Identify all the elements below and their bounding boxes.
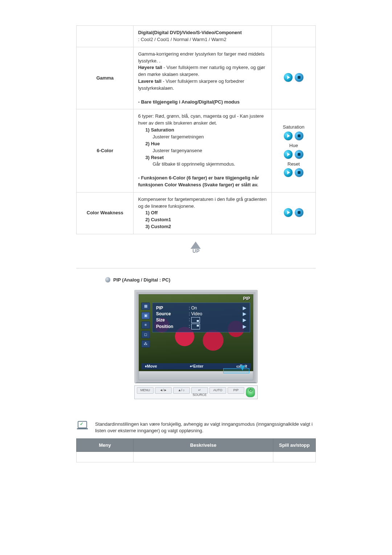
ctrl-colorweakness	[271, 192, 315, 234]
empty-cell	[77, 452, 134, 462]
stop-icon[interactable]	[295, 73, 303, 82]
osd-key-pip: PIP	[156, 305, 189, 311]
cw-o1: 1) Off	[145, 210, 158, 215]
up-label: UP	[187, 248, 205, 254]
stop-icon[interactable]	[295, 131, 303, 140]
digital-title: Digital(Digital DVD)/Video/S-Video/Compo…	[138, 30, 242, 35]
stop-icon[interactable]	[295, 208, 303, 217]
hw-button-power[interactable]: ⏻	[246, 387, 255, 397]
osd-val-position: :	[189, 324, 243, 329]
note-row: Standardinnstillingen kan være forskjell…	[76, 421, 316, 434]
sixcolor-i1d: Justerer fargemetningen	[152, 134, 204, 139]
osd-val-pip: : On	[189, 305, 243, 311]
pip-monitor-figure: PIP ▦ ▣ ✳ ◻ ⁂ PIP : On ▶ Source	[134, 290, 258, 399]
ctrl-label-saturation: Saturation	[276, 124, 311, 131]
section-title-text: PIP (Analog / Digital : PC)	[113, 277, 170, 283]
pointer-arrow-icon	[240, 365, 245, 370]
osd-footer-move: ♦Move	[145, 364, 157, 369]
osd-val-size: :	[189, 317, 243, 323]
gamma-note: - Bare tilgjengelig i Analog/Digital(PC)…	[138, 99, 240, 105]
monitor-screen: PIP ▦ ▣ ✳ ◻ ⁂ PIP : On ▶ Source	[139, 294, 253, 371]
th-description: Beskrivelse	[134, 439, 273, 452]
osd-footer-enter: ↵Enter	[190, 364, 203, 369]
hw-sublabel-source: SOURCE	[191, 393, 208, 397]
note-icon	[76, 421, 89, 433]
cw-o3: 3) Custom2	[145, 224, 171, 229]
hw-button-upbright[interactable]: ▲/☼	[173, 387, 190, 394]
osd-key-source: Source	[156, 311, 189, 316]
menu-gamma: Gamma	[77, 47, 134, 109]
ctrl-gamma	[271, 47, 315, 109]
table-row: Digital(Digital DVD)/Video/S-Video/Compo…	[77, 26, 316, 47]
sixcolor-i3t: 3) Reset	[145, 155, 164, 160]
chevron-right-icon: ▶	[243, 317, 246, 323]
sixcolor-i2t: 2) Hue	[145, 141, 160, 146]
th-playstop: Spill av/stopp	[273, 439, 316, 452]
ctrl-label-hue: Hue	[276, 142, 311, 149]
empty-cell	[273, 452, 316, 462]
chevron-right-icon: ▶	[243, 324, 246, 329]
osd-icon-size: ◻	[141, 331, 150, 338]
hw-button-auto[interactable]: AUTO	[209, 387, 226, 394]
ctrl-digital	[271, 26, 315, 47]
hardware-button-bar: MENU ◄/► ▲/☼ ↵ SOURCE AUTO PIP ⏻	[134, 385, 258, 399]
highlight-box	[223, 368, 249, 373]
menu-6color: 6-Color	[77, 109, 134, 192]
th-menu: Meny	[77, 439, 134, 452]
osd-title: PIP	[243, 296, 250, 301]
hw-button-brightness[interactable]: ◄/►	[155, 387, 172, 394]
divider	[76, 268, 316, 268]
cw-o2: 2) Custom1	[145, 217, 171, 222]
osd-panel: PIP : On ▶ Source : Video ▶ Size : ▶	[152, 303, 250, 332]
osd-sidebar: ▦ ▣ ✳ ◻ ⁂	[141, 303, 150, 348]
osd-icon-info: ⁂	[141, 340, 150, 348]
table-row: Color Weakness Kompenserer for fargetemp…	[77, 192, 316, 234]
osd-icon-setup: ✳	[141, 321, 150, 329]
stop-icon[interactable]	[295, 150, 303, 159]
osd-val-source: : Video	[189, 311, 243, 316]
section-title-pip: PIP (Analog / Digital : PC)	[105, 277, 316, 283]
back-to-top-link[interactable]: UP	[187, 242, 205, 256]
menu-cell-empty	[77, 26, 134, 47]
sixcolor-note: - Funksjonen 6-Color (6 farger) er bare …	[138, 175, 259, 187]
desc-6color: 6 typer: Rød, grønn, blå, cyan, magenta …	[134, 109, 272, 192]
play-icon[interactable]	[284, 150, 293, 159]
menu-colorweakness: Color Weakness	[77, 192, 134, 234]
settings-table: Digital(Digital DVD)/Video/S-Video/Compo…	[76, 25, 316, 234]
hw-button-menu[interactable]: MENU	[137, 387, 154, 394]
desc-gamma: Gamma-korrigering endrer lysstyrken for …	[134, 47, 272, 109]
empty-cell	[134, 452, 273, 462]
table-row	[77, 452, 316, 462]
hw-button-pip[interactable]: PIP	[228, 387, 244, 394]
bullet-icon	[105, 277, 110, 282]
ctrl-label-reset: Reset	[276, 161, 311, 168]
gamma-p3a: Lavere tall	[138, 78, 161, 84]
digital-sub: : Cool2 / Cool1 / Normal / Warm1 / Warm2	[138, 37, 226, 42]
table-row: 6-Color 6 typer: Rød, grønn, blå, cyan, …	[77, 109, 316, 192]
osd-key-position: Position	[156, 324, 189, 329]
stop-icon[interactable]	[295, 168, 303, 177]
ctrl-6color: Saturation Hue Reset	[271, 109, 315, 192]
position-icon	[191, 324, 200, 329]
monitor-frame: PIP ▦ ▣ ✳ ◻ ⁂ PIP : On ▶ Source	[134, 290, 258, 383]
desc-colorweakness: Kompenserer for fargetemperaturen i den …	[134, 192, 272, 234]
osd-key-size: Size	[156, 317, 189, 323]
table-header-row: Meny Beskrivelse Spill av/stopp	[77, 439, 316, 452]
osd-icon-pip: ▣	[141, 312, 150, 319]
sixcolor-intro: 6 typer: Rød, grønn, blå, cyan, magenta …	[138, 113, 264, 126]
play-icon[interactable]	[284, 208, 293, 217]
play-icon[interactable]	[284, 73, 293, 82]
osd-icon-picture: ▦	[141, 303, 150, 310]
chevron-right-icon: ▶	[243, 305, 246, 311]
size-icon	[191, 317, 200, 323]
pip-table: Meny Beskrivelse Spill av/stopp	[76, 438, 316, 462]
monitor-bezel-bottom	[139, 371, 253, 380]
cw-p: Kompenserer for fargetemperaturen i den …	[138, 197, 266, 209]
play-icon[interactable]	[284, 131, 293, 140]
play-icon[interactable]	[284, 168, 293, 177]
gamma-p1: Gamma-korrigering endrer lysstyrken for …	[138, 51, 264, 64]
note-text: Standardinnstillingen kan være forskjell…	[95, 421, 316, 434]
sixcolor-i1t: 1) Saturation	[145, 127, 174, 133]
desc-digital: Digital(Digital DVD)/Video/S-Video/Compo…	[134, 26, 272, 47]
sixcolor-i2d: Justerer fargenyansene	[152, 148, 202, 153]
